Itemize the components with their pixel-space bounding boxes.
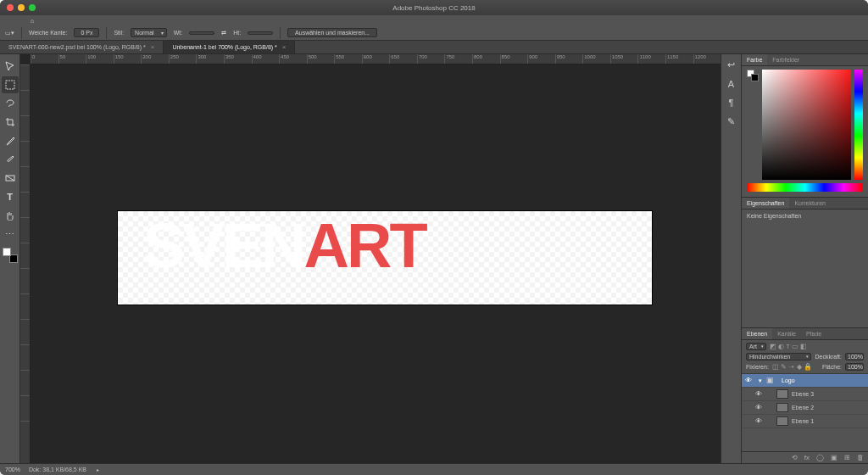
window-controls: [7, 4, 36, 11]
hue-slider[interactable]: [854, 70, 863, 180]
channels-tab[interactable]: Kanäle: [772, 328, 801, 339]
crop-tool[interactable]: [2, 114, 19, 131]
hand-tool[interactable]: [2, 207, 19, 224]
paths-tab[interactable]: Pfade: [801, 328, 826, 339]
style-dropdown[interactable]: Normal: [131, 28, 167, 37]
lasso-tool[interactable]: [2, 95, 19, 112]
layer-list: 👁▾▣Logo👁Ebene 3👁Ebene 2👁Ebene 1: [742, 374, 868, 451]
artboard[interactable]: SVENART: [118, 211, 652, 305]
fg-bg-swatches[interactable]: [3, 248, 18, 263]
layers-tab[interactable]: Ebenen: [742, 328, 772, 339]
swap-wh-icon[interactable]: ⇄: [221, 30, 226, 36]
adjustments-tab[interactable]: Korrekturen: [789, 198, 831, 209]
document-tab[interactable]: Unbenannt-1 bei 700% (Logo, RGB/8) * ×: [164, 41, 295, 53]
mini-fgbg-swatch[interactable]: [747, 70, 759, 81]
layer-filter-dropdown[interactable]: Art: [746, 343, 766, 350]
move-tool[interactable]: [2, 58, 19, 75]
close-tab-icon[interactable]: ×: [282, 43, 287, 51]
properties-tab[interactable]: Eigenschaften: [742, 198, 789, 209]
layer-name: Logo: [782, 377, 865, 383]
layer-filter-icons[interactable]: ◩ ◐ T ▭ ◧: [770, 343, 808, 350]
type-tool[interactable]: T: [2, 188, 19, 205]
width-field[interactable]: [189, 31, 214, 35]
tools-panel: T ⋯: [0, 54, 20, 463]
visibility-toggle-icon[interactable]: 👁: [755, 417, 764, 425]
ruler-tick: 1150: [665, 54, 693, 64]
document-tab-label: SVENART-600-new2.psd bei 100% (Logo, RGB…: [8, 44, 146, 50]
layer-name: Ebene 1: [792, 418, 865, 424]
layer-row[interactable]: 👁Ebene 1: [742, 415, 868, 428]
layer-thumbnail: [776, 389, 788, 399]
layer-mask-icon[interactable]: ◯: [816, 454, 824, 461]
layer-fx-icon[interactable]: fx: [804, 454, 810, 461]
doc-info-menu-icon[interactable]: ▸: [95, 467, 101, 472]
blend-mode-dropdown[interactable]: Hindurchwirken: [746, 353, 811, 360]
document-tab-label: Unbenannt-1 bei 700% (Logo, RGB/8) *: [172, 44, 276, 50]
color-tab[interactable]: Farbe: [742, 54, 767, 65]
tool-preset-icon[interactable]: ▭▾: [5, 30, 14, 36]
layer-name: Ebene 2: [792, 405, 865, 411]
opacity-field[interactable]: 100%: [845, 353, 864, 360]
brush-tool[interactable]: [2, 151, 19, 168]
select-and-mask-button[interactable]: Auswählen und maskieren...: [287, 28, 377, 37]
color-panel: Farbe Farbfelder: [742, 54, 868, 198]
feather-label: Weiche Kante:: [29, 30, 67, 36]
properties-panel: Eigenschaften Korrekturen Keine Eigensch…: [742, 198, 868, 328]
visibility-toggle-icon[interactable]: 👁: [755, 390, 764, 398]
lock-icons[interactable]: ◫ ✎ ⇢ ◆ 🔒: [772, 363, 812, 371]
feather-field[interactable]: 0 Px: [74, 28, 99, 37]
delete-layer-icon[interactable]: 🗑: [857, 454, 864, 461]
document-tabs: SVENART-600-new2.psd bei 100% (Logo, RGB…: [0, 41, 868, 54]
height-field[interactable]: [248, 31, 273, 35]
brush-settings-icon[interactable]: ✎: [727, 116, 735, 127]
layers-footer: ⟲ fx ◯ ▣ ⊞ 🗑: [742, 451, 868, 463]
document-tab[interactable]: SVENART-600-new2.psd bei 100% (Logo, RGB…: [0, 41, 164, 53]
gradient-tool[interactable]: [2, 170, 19, 187]
ruler-tick: 150: [114, 54, 142, 64]
status-bar: 700% Dok: 38,1 KB/68,5 KB ▸: [0, 463, 868, 475]
layers-panel: Ebenen Kanäle Pfade Art ◩ ◐ T ▭ ◧ Hindur…: [742, 328, 868, 463]
more-tools-icon[interactable]: ⋯: [2, 226, 19, 243]
color-field[interactable]: [762, 70, 851, 180]
menu-home-icon[interactable]: ⌂: [31, 18, 34, 24]
character-icon[interactable]: A: [728, 79, 734, 89]
logo-part-1: SVEN: [143, 210, 304, 281]
foreground-swatch[interactable]: [3, 248, 11, 256]
visibility-toggle-icon[interactable]: 👁: [745, 377, 754, 384]
ruler-tick: 900: [527, 54, 555, 64]
vertical-ruler[interactable]: [20, 64, 31, 463]
canvas-area[interactable]: 0501001502002503003504004505005506006507…: [20, 54, 721, 463]
eyedropper-tool[interactable]: [2, 132, 19, 149]
logo-text: SVENART: [143, 215, 426, 277]
layer-row[interactable]: 👁Ebene 3: [742, 388, 868, 401]
maximize-window-button[interactable]: [29, 4, 36, 11]
fill-field[interactable]: 100%: [845, 363, 864, 371]
fill-label: Fläche:: [822, 364, 842, 370]
layer-row[interactable]: 👁▾▣Logo: [742, 374, 868, 388]
close-tab-icon[interactable]: ×: [151, 43, 155, 51]
layer-name: Ebene 3: [792, 391, 865, 397]
link-layers-icon[interactable]: ⟲: [792, 454, 798, 461]
width-label: Wt:: [174, 30, 183, 36]
visibility-toggle-icon[interactable]: 👁: [755, 404, 764, 411]
history-icon[interactable]: ↩: [727, 59, 735, 70]
minimize-window-button[interactable]: [18, 4, 25, 11]
swatches-tab[interactable]: Farbfelder: [767, 54, 804, 65]
marquee-tool[interactable]: [2, 76, 19, 93]
new-group-icon[interactable]: ▣: [831, 454, 837, 461]
ruler-tick: 250: [169, 54, 197, 64]
doc-info[interactable]: Dok: 38,1 KB/68,5 KB: [29, 467, 86, 472]
folder-icon: ▣: [766, 376, 778, 385]
zoom-level[interactable]: 700%: [5, 467, 20, 472]
properties-empty-text: Keine Eigenschaften: [747, 213, 801, 219]
layer-row[interactable]: 👁Ebene 2: [742, 401, 868, 415]
menubar: ⌂: [0, 15, 868, 25]
spectrum-strip[interactable]: [747, 183, 863, 192]
close-window-button[interactable]: [7, 4, 14, 11]
horizontal-ruler[interactable]: 0501001502002503003504004505005506006507…: [31, 54, 721, 64]
ruler-tick: 450: [279, 54, 307, 64]
new-layer-icon[interactable]: ⊞: [844, 454, 850, 461]
paragraph-icon[interactable]: ¶: [729, 98, 734, 108]
disclosure-icon[interactable]: ▾: [757, 377, 763, 384]
ruler-tick: 1000: [582, 54, 610, 64]
